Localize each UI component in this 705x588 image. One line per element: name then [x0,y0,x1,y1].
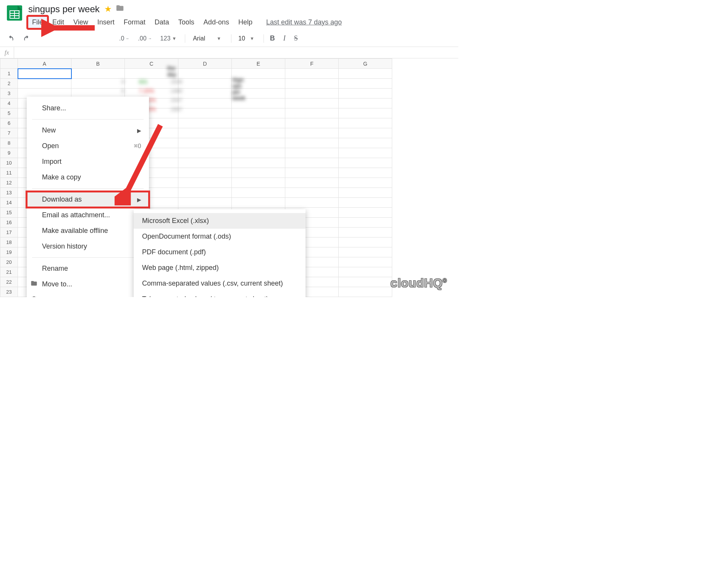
cell[interactable] [285,168,339,178]
menu-data[interactable]: Data [150,16,174,29]
cell[interactable] [339,148,392,158]
cell[interactable] [339,178,392,188]
star-icon[interactable]: ★ [104,4,112,14]
strike-button[interactable]: S [292,33,300,44]
row-5[interactable]: 5 [0,108,18,118]
row-20[interactable]: 20 [0,257,18,267]
cell[interactable] [285,178,339,188]
italic-button[interactable]: I [281,33,288,44]
cell[interactable] [339,118,392,128]
decrease-decimal-button[interactable]: .0← [117,34,132,44]
cell[interactable] [285,188,339,198]
cell[interactable] [285,99,339,108]
document-title[interactable]: singups per week [27,3,100,15]
download-xlsx[interactable]: Microsoft Excel (.xlsx) [134,213,306,229]
cell[interactable] [339,287,392,297]
row-12[interactable]: 12 [0,178,18,188]
cell[interactable] [178,148,232,158]
cell[interactable] [178,118,232,128]
row-16[interactable]: 16 [0,218,18,228]
cell[interactable] [285,128,339,138]
cell[interactable] [18,79,71,89]
increase-decimal-button[interactable]: .00→ [136,34,154,44]
font-size-selector[interactable]: 10▼ [235,34,257,44]
undo-button[interactable] [5,33,17,44]
col-E[interactable]: E [232,59,285,69]
row-7[interactable]: 7 [0,128,18,138]
row-11[interactable]: 11 [0,168,18,178]
cell[interactable] [232,148,285,158]
download-html[interactable]: Web page (.html, zipped) [134,260,306,276]
cell[interactable] [232,118,285,128]
download-pdf[interactable]: PDF document (.pdf) [134,244,306,260]
cell[interactable] [285,198,339,208]
cell[interactable] [339,218,392,228]
row-10[interactable]: 10 [0,158,18,168]
number-format-button[interactable]: 123▼ [158,34,179,44]
file-rename[interactable]: Rename [27,261,149,276]
cell[interactable] [339,208,392,218]
file-available-offline[interactable]: Make available offline [27,223,149,239]
row-9[interactable]: 9 [0,148,18,158]
cell[interactable] [339,247,392,257]
col-B[interactable]: B [71,59,125,69]
cell[interactable] [339,89,392,99]
cell[interactable] [178,178,232,188]
cell[interactable] [18,69,71,79]
row-15[interactable]: 15 [0,208,18,218]
cell[interactable] [285,148,339,158]
cell[interactable] [232,198,285,208]
cell[interactable] [285,118,339,128]
file-move-to[interactable]: Move to... [27,276,149,292]
cell[interactable] [178,188,232,198]
menu-format[interactable]: Format [119,16,150,29]
cell[interactable] [339,108,392,118]
select-all-corner[interactable] [0,59,18,69]
row-3[interactable]: 3 [0,89,18,99]
row-19[interactable]: 19 [0,247,18,257]
cell[interactable] [285,79,339,89]
menu-tools[interactable]: Tools [174,16,199,29]
cell[interactable] [178,138,232,148]
row-6[interactable]: 6 [0,118,18,128]
folder-icon[interactable] [116,4,124,15]
download-ods[interactable]: OpenDocument format (.ods) [134,229,306,244]
row-23[interactable]: 23 [0,287,18,297]
cell[interactable] [285,108,339,118]
col-F[interactable]: F [285,59,339,69]
cell[interactable] [339,198,392,208]
row-18[interactable]: 18 [0,237,18,247]
row-1[interactable]: 1 [0,69,18,79]
cell[interactable] [339,267,392,277]
cell[interactable] [339,237,392,247]
cell[interactable] [178,198,232,208]
menu-help[interactable]: Help [234,16,257,29]
cell[interactable] [339,138,392,148]
row-17[interactable]: 17 [0,228,18,237]
file-move-to-trash[interactable]: Move to trash [27,292,149,297]
cell[interactable] [285,69,339,79]
cell[interactable] [178,158,232,168]
download-csv[interactable]: Comma-separated values (.csv, current sh… [134,276,306,291]
row-4[interactable]: 4 [0,99,18,108]
file-version-history[interactable]: Version history▶ [27,239,149,254]
cell[interactable] [232,158,285,168]
cell[interactable] [339,158,392,168]
cell[interactable] [339,188,392,198]
last-edit-link[interactable]: Last edit was 7 days ago [266,18,342,26]
cell[interactable] [178,128,232,138]
cell[interactable] [178,168,232,178]
formula-bar[interactable]: fx [0,47,458,58]
cell[interactable] [339,257,392,267]
cell[interactable] [232,178,285,188]
cell[interactable] [232,108,285,118]
cell[interactable] [285,89,339,99]
row-14[interactable]: 14 [0,198,18,208]
row-13[interactable]: 13 [0,188,18,198]
font-selector[interactable]: Arial▼ [189,34,225,44]
col-G[interactable]: G [339,59,392,69]
cell[interactable] [339,168,392,178]
cell[interactable] [232,188,285,198]
cell[interactable] [285,158,339,168]
file-share[interactable]: Share... [27,100,149,116]
